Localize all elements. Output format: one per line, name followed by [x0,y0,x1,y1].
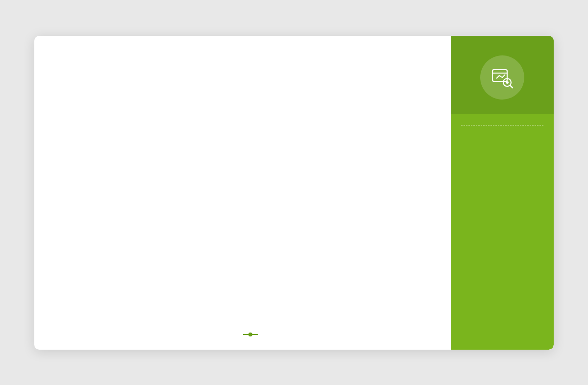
sidebar-icon-area [451,36,554,114]
sidebar [451,36,554,350]
legend-item-2016 [243,334,262,335]
legend-line-icon [243,334,258,335]
chart-wrapper [44,67,436,329]
analytics-icon [490,65,515,90]
chart-section [34,36,451,350]
main-card [34,36,554,350]
icon-circle [480,55,524,100]
sidebar-divider [461,125,543,126]
legend-area [219,334,262,335]
svg-line-3 [510,85,513,88]
